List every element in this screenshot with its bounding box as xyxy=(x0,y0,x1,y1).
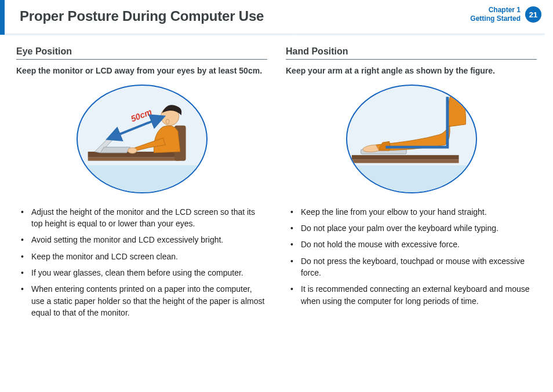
list-item: Do not hold the mouse with excessive for… xyxy=(289,239,537,250)
svg-rect-0 xyxy=(78,165,206,192)
svg-rect-11 xyxy=(351,155,459,160)
page-number-badge: 21 xyxy=(525,6,541,23)
list-item: Do not place your palm over the keyboard… xyxy=(289,222,537,234)
svg-point-8 xyxy=(166,119,169,124)
chapter-text: Chapter 1 Getting Started xyxy=(470,6,521,23)
list-item: Avoid setting the monitor and LCD excess… xyxy=(20,234,267,246)
list-item: If you wear glasses, clean them before u… xyxy=(20,267,267,279)
list-item: It is recommended connecting an external… xyxy=(289,283,537,307)
list-item: Adjust the height of the monitor and the… xyxy=(20,206,267,230)
hand-position-lead: Keep your arm at a right angle as shown … xyxy=(286,65,537,76)
eye-position-bullets: Adjust the height of the monitor and the… xyxy=(16,206,267,318)
hand-position-column: Hand Position Keep your arm at a right a… xyxy=(286,46,537,323)
eye-position-title: Eye Position xyxy=(16,46,267,60)
list-item: Keep the monitor and LCD screen clean. xyxy=(20,251,267,262)
hand-position-figure xyxy=(346,85,477,193)
chapter-line-2: Getting Started xyxy=(470,14,521,23)
hand-position-title: Hand Position xyxy=(286,46,537,60)
eye-position-column: Eye Position Keep the monitor or LCD awa… xyxy=(16,46,267,323)
page-title: Proper Posture During Computer Use xyxy=(20,8,264,24)
chapter-block: Chapter 1 Getting Started 21 xyxy=(470,6,541,23)
list-item: Keep the line from your elbow to your ha… xyxy=(289,206,537,218)
list-item: When entering contents printed on a pape… xyxy=(20,283,267,318)
list-item: Do not press the keyboard, touchpad or m… xyxy=(289,255,537,279)
svg-point-6 xyxy=(128,148,137,153)
chapter-line-1: Chapter 1 xyxy=(470,6,521,14)
svg-rect-2 xyxy=(88,157,179,161)
svg-rect-12 xyxy=(351,160,459,163)
svg-rect-10 xyxy=(347,165,476,192)
hand-position-figure-wrap xyxy=(286,85,537,193)
page-header: Proper Posture During Computer Use Chapt… xyxy=(0,0,553,35)
eye-position-illustration-svg: 50cm xyxy=(78,86,206,193)
hand-position-illustration-svg xyxy=(347,86,476,193)
eye-position-figure-wrap: 50cm xyxy=(16,85,267,193)
svg-marker-4 xyxy=(100,147,130,153)
eye-position-figure: 50cm xyxy=(77,85,208,193)
hand-position-bullets: Keep the line from your elbow to your ha… xyxy=(286,206,537,307)
content-columns: Eye Position Keep the monitor or LCD awa… xyxy=(0,35,553,323)
eye-position-lead: Keep the monitor or LCD away from your e… xyxy=(16,65,267,76)
